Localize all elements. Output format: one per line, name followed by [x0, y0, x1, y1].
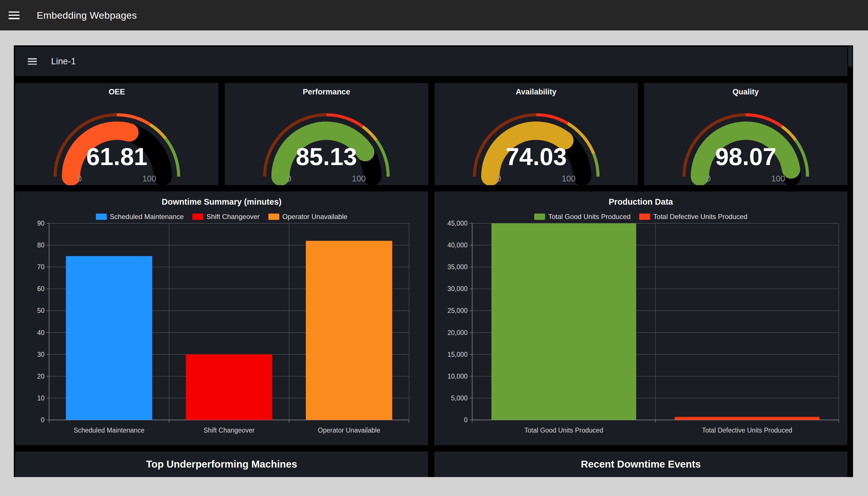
panel-heading: Recent Downtime Events	[434, 459, 847, 470]
bar-1	[675, 417, 820, 420]
legend-label: Scheduled Maintenance	[110, 213, 184, 221]
gauge-card-oee: OEE61.810100	[15, 83, 218, 185]
svg-text:100: 100	[352, 174, 366, 183]
downtime-summary-chart: Downtime Summary (minutes) Scheduled Mai…	[15, 191, 428, 445]
svg-text:100: 100	[142, 174, 156, 183]
svg-text:100: 100	[562, 174, 575, 183]
svg-text:10: 10	[37, 394, 45, 402]
svg-text:45,000: 45,000	[448, 220, 468, 227]
svg-text:60: 60	[37, 285, 45, 293]
svg-text:50: 50	[37, 307, 45, 314]
gauge-availability: 74.030100	[435, 96, 638, 185]
dashboard-scrollbar[interactable]	[847, 45, 853, 477]
legend-item[interactable]: Total Good Units Produced	[534, 213, 631, 221]
downtime-bar-plot: 0102030405060708090Scheduled Maintenance…	[15, 220, 428, 445]
category-label: Operator Unavailable	[318, 427, 380, 434]
legend-label: Total Good Units Produced	[548, 213, 631, 221]
gauge-quality: 98.070100	[644, 96, 847, 185]
gauge-card-performance: Performance85.130100	[225, 83, 428, 185]
bar-1	[186, 355, 273, 420]
legend-item[interactable]: Operator Unavailable	[268, 213, 347, 221]
category-label: Scheduled Maintenance	[74, 427, 145, 434]
svg-text:61.81: 61.81	[86, 143, 147, 170]
svg-text:98.07: 98.07	[715, 143, 776, 170]
legend-swatch	[192, 214, 203, 220]
svg-text:80: 80	[37, 242, 45, 249]
svg-text:25,000: 25,000	[448, 307, 468, 314]
category-label: Total Defective Units Produced	[702, 427, 792, 434]
svg-text:0: 0	[41, 416, 45, 424]
embedded-dashboard: Line-1 OEE61.810100Performance85.130100A…	[14, 45, 853, 477]
production-data-chart: Production Data Total Good Units Produce…	[434, 191, 847, 445]
svg-text:74.03: 74.03	[506, 143, 567, 170]
panel-heading: Top Underperforming Machines	[15, 459, 428, 470]
chart-title: Production Data	[434, 197, 847, 207]
svg-text:90: 90	[37, 220, 45, 227]
svg-text:15,000: 15,000	[448, 351, 468, 358]
svg-text:40,000: 40,000	[448, 242, 468, 249]
svg-text:35,000: 35,000	[448, 263, 468, 271]
chart-title: Downtime Summary (minutes)	[15, 197, 428, 207]
chart-row: Downtime Summary (minutes) Scheduled Mai…	[15, 191, 847, 445]
legend-label: Operator Unavailable	[282, 213, 347, 221]
svg-text:70: 70	[37, 263, 45, 271]
recent-downtime-events-panel: Recent Downtime Events	[434, 451, 847, 477]
svg-text:0: 0	[497, 174, 501, 183]
dashboard-menu-icon[interactable]	[28, 58, 37, 65]
bar-0	[492, 223, 636, 420]
production-bar-plot: 05,00010,00015,00020,00025,00030,00035,0…	[434, 220, 847, 445]
svg-text:0: 0	[77, 174, 82, 183]
app-bar: Embedding Webpages	[0, 0, 868, 30]
svg-text:20: 20	[37, 373, 45, 380]
gauge-title: Quality	[644, 88, 847, 96]
bar-2	[306, 241, 392, 420]
svg-text:40: 40	[37, 329, 45, 337]
legend-label: Shift Changeover	[206, 213, 260, 221]
svg-text:30,000: 30,000	[448, 285, 468, 293]
gauge-title: OEE	[15, 88, 218, 96]
legend-item[interactable]: Shift Changeover	[192, 213, 260, 221]
dashboard-header: Line-1	[15, 47, 847, 76]
category-label: Shift Changeover	[203, 427, 254, 434]
chart-legend: Total Good Units ProducedTotal Defective…	[434, 213, 847, 220]
gauge-title: Availability	[435, 88, 638, 96]
legend-swatch	[96, 214, 107, 220]
page: Embedding Webpages Line-1 OEE61.810100Pe…	[0, 0, 868, 496]
dashboard-title: Line-1	[51, 56, 76, 66]
gauge-title: Performance	[225, 88, 428, 96]
app-menu-icon[interactable]	[9, 12, 19, 19]
dashboard-content: Line-1 OEE61.810100Performance85.130100A…	[14, 45, 847, 477]
gauge-card-quality: Quality98.070100	[644, 83, 847, 185]
legend-item[interactable]: Scheduled Maintenance	[96, 213, 184, 221]
bottom-row: Top Underperforming Machines Recent Down…	[15, 451, 847, 477]
legend-swatch	[268, 214, 279, 220]
gauge-row: OEE61.810100Performance85.130100Availabi…	[15, 83, 847, 185]
legend-swatch	[639, 214, 650, 220]
svg-text:10,000: 10,000	[448, 373, 468, 380]
svg-text:0: 0	[287, 174, 291, 183]
bar-0	[66, 256, 152, 420]
svg-text:5,000: 5,000	[451, 394, 468, 402]
svg-text:30: 30	[37, 351, 45, 358]
svg-text:100: 100	[771, 174, 785, 183]
svg-text:0: 0	[706, 174, 711, 183]
chart-legend: Scheduled MaintenanceShift ChangeoverOpe…	[15, 213, 428, 220]
scrollbar-thumb[interactable]	[848, 46, 852, 67]
legend-item[interactable]: Total Defective Units Produced	[639, 213, 747, 221]
svg-text:85.13: 85.13	[296, 143, 357, 170]
svg-text:20,000: 20,000	[448, 329, 468, 337]
gauge-oee: 61.810100	[15, 96, 218, 185]
category-label: Total Good Units Produced	[524, 427, 603, 434]
legend-label: Total Defective Units Produced	[653, 213, 747, 221]
app-title: Embedding Webpages	[37, 10, 137, 21]
legend-swatch	[534, 214, 545, 220]
gauge-performance: 85.130100	[225, 96, 428, 185]
top-underperforming-machines-panel: Top Underperforming Machines	[15, 451, 428, 477]
gauge-card-availability: Availability74.030100	[435, 83, 638, 185]
svg-text:0: 0	[464, 416, 468, 424]
